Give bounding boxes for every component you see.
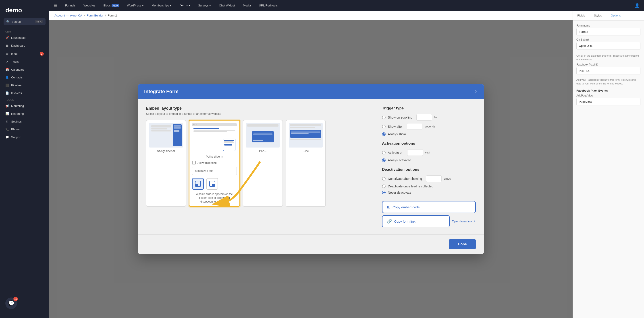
allow-minimize-checkbox[interactable] <box>192 161 196 164</box>
launchpad-icon: 🚀 <box>5 36 9 39</box>
sticky-sidebar-label: Sticky sidebar <box>149 149 183 153</box>
phone-icon: 📞 <box>5 128 9 131</box>
always-activated-radio[interactable] <box>382 159 386 162</box>
layout-card-polite-slidein[interactable]: Polite slide-in Allow minimize <box>189 120 240 207</box>
reporting-icon: 📊 <box>5 112 9 115</box>
trigger-type-title: Trigger type <box>382 106 476 111</box>
inline-preview <box>289 123 323 148</box>
on-submit-input[interactable] <box>576 42 640 49</box>
polite-description: A polite slide-in appears on the bottom … <box>192 192 237 203</box>
search-bar[interactable]: 🔍 Search ctrl K <box>4 18 46 25</box>
polite-slidein-card-label: Polite slide-in <box>192 155 237 158</box>
top-nav-url-redirects[interactable]: URL Redirects <box>257 4 280 7</box>
copy-embed-label: Copy embed code <box>392 205 420 209</box>
layout-card-inline[interactable]: ...ine <box>286 120 326 207</box>
pageview-input[interactable] <box>576 98 640 105</box>
show-after-input[interactable] <box>407 123 422 130</box>
top-nav-funnels[interactable]: Funnels <box>63 4 77 7</box>
inbox-badge: 1 <box>40 52 44 56</box>
support-icon: 💬 <box>5 136 9 139</box>
app-logo: demo <box>0 4 49 18</box>
show-after-suffix: seconds <box>425 125 435 128</box>
sidebar-item-support[interactable]: 💬Support <box>0 133 49 141</box>
done-button[interactable]: Done <box>449 239 476 249</box>
modal-close-button[interactable]: × <box>475 89 478 94</box>
embed-section-title: Embed layout type <box>146 106 364 111</box>
embed-section: Embed layout type Select a layout to emb… <box>146 106 364 227</box>
breadcrumb-form-builder[interactable]: Form Builder <box>87 14 103 17</box>
chat-bubble-button[interactable]: 💬 10 <box>5 298 17 309</box>
activate-on-suffix: visit <box>425 151 430 154</box>
top-nav-forms[interactable]: Forms ▾ <box>178 3 192 7</box>
page-content: Integrate Form × Embed layout type Selec… <box>49 20 572 318</box>
copy-embed-code-button[interactable]: ⊞ Copy embed code <box>382 201 476 213</box>
top-nav-chat-widget[interactable]: Chat Widget <box>217 4 237 7</box>
hamburger-menu[interactable]: ☰ <box>54 3 57 8</box>
never-deactivate-label: Never deactivate <box>388 191 411 194</box>
position-left-icon[interactable] <box>192 178 204 190</box>
form-name-input[interactable] <box>576 28 640 35</box>
sidebar-item-reporting[interactable]: 📊Reporting <box>0 110 49 118</box>
marketing-icon: 📢 <box>5 104 9 108</box>
show-on-scrolling-row: Show on scrolling % <box>382 114 476 121</box>
user-icon[interactable]: 👤 <box>635 3 640 8</box>
sidebar-item-phone[interactable]: 📞Phone <box>0 126 49 133</box>
activate-on-radio[interactable] <box>382 151 386 155</box>
sidebar-item-tasks[interactable]: ✓Tasks <box>0 58 49 66</box>
top-nav-media[interactable]: Media <box>241 4 252 7</box>
sidebar-item-calendars[interactable]: 📅Calendars <box>0 66 49 74</box>
sidebar-item-settings[interactable]: ⚙Settings <box>0 118 49 126</box>
polite-slidein-preview <box>192 123 237 152</box>
modal-title: Integrate Form <box>144 89 178 95</box>
minimized-title-input[interactable] <box>192 167 237 175</box>
never-deactivate-radio[interactable] <box>382 191 386 194</box>
top-nav-websites[interactable]: Websites <box>82 4 97 7</box>
position-right-icon[interactable] <box>206 178 218 190</box>
sidebar-item-dashboard[interactable]: ▦Dashboard <box>0 42 49 49</box>
allow-minimize-row: Allow minimize <box>192 161 237 164</box>
copy-form-link-label: Copy form link <box>394 219 416 223</box>
top-nav-surveys[interactable]: Surveys ▾ <box>196 4 213 7</box>
always-show-row: Always show <box>382 132 476 136</box>
tab-fields[interactable]: Fields <box>573 11 590 20</box>
show-after-radio[interactable] <box>382 125 386 128</box>
tab-styles[interactable]: Styles <box>590 11 606 20</box>
layout-card-popup[interactable]: Pop... <box>243 120 283 207</box>
breadcrumb-account: Account — Irvine, CA <box>54 14 82 17</box>
right-panel-tabs: Fields Styles Options <box>573 11 644 20</box>
sidebar-section-tools: TOOLS 📢Marketing 📊Reporting ⚙Settings 📞P… <box>0 97 49 141</box>
sidebar-item-launchpad[interactable]: 🚀Launchpad <box>0 34 49 42</box>
settings-icon: ⚙ <box>5 120 9 123</box>
sidebar-item-contacts[interactable]: 👤Contacts <box>0 74 49 81</box>
always-show-radio[interactable] <box>382 132 386 136</box>
integrate-form-modal: Integrate Form × Embed layout type Selec… <box>138 84 484 254</box>
svg-rect-1 <box>195 184 198 186</box>
sidebar-item-invoices[interactable]: 📄Invoices <box>0 89 49 97</box>
facebook-pixel-input[interactable] <box>576 67 640 74</box>
top-nav-blogs[interactable]: Blogs NEW <box>102 4 120 7</box>
open-form-link[interactable]: Open form link ↗ <box>452 219 476 223</box>
search-label: Search <box>12 20 21 23</box>
top-nav-wordpress[interactable]: WordPress ▾ <box>125 4 146 7</box>
show-on-scrolling-radio[interactable] <box>382 116 386 119</box>
breadcrumb-separator: / <box>105 14 106 17</box>
sidebar-item-marketing[interactable]: 📢Marketing <box>0 102 49 110</box>
copy-form-link-button[interactable]: 🔗 Copy form link <box>382 215 450 227</box>
search-icon: 🔍 <box>6 20 10 23</box>
form-link-row: 🔗 Copy form link Open form link ↗ <box>382 215 476 227</box>
popup-preview <box>246 123 280 148</box>
layout-card-sticky-sidebar[interactable]: Sticky sidebar <box>146 120 186 207</box>
sidebar-item-pipeline[interactable]: ⬛Pipeline <box>0 81 49 89</box>
top-nav-memberships[interactable]: Memberships ▾ <box>150 4 174 7</box>
deactivate-after-input[interactable] <box>426 175 442 182</box>
deactivate-lead-radio[interactable] <box>382 184 386 188</box>
tasks-icon: ✓ <box>5 60 9 63</box>
tab-options[interactable]: Options <box>606 11 625 20</box>
right-panel-content: Form name On Submit Get all of the data … <box>573 20 644 318</box>
sticky-sidebar-preview <box>149 123 183 148</box>
deactivate-after-radio[interactable] <box>382 177 386 180</box>
deactivate-after-label: Deactivate after showing <box>388 177 422 180</box>
activate-on-input[interactable] <box>407 149 423 156</box>
sidebar-item-inbox[interactable]: ✉Inbox1 <box>0 49 49 58</box>
show-on-scrolling-input[interactable] <box>416 114 432 121</box>
